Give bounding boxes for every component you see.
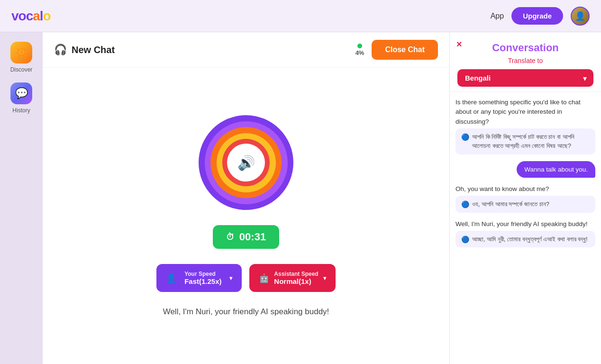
right-panel-header: × Conversation Translate to Bengali Engl…	[450, 32, 601, 92]
ai-message-1-translation: 🔵 আপনি কি নির্দিষ্ট কিছু সম্পর্কে চাট কর…	[455, 128, 595, 155]
transcript-text: Well, I'm Nuri, your friendly AI speakin…	[144, 307, 348, 317]
chevron-down-icon: ▾	[229, 275, 232, 282]
assistant-speed-value: Normal(1x)	[274, 277, 311, 285]
chat-title: 🎧 New Chat	[54, 44, 115, 56]
sidebar-item-history[interactable]: 💬 History	[10, 82, 32, 114]
translate-icon-2: 🔵	[461, 200, 469, 208]
discover-icon: 🔆	[10, 42, 32, 64]
ai-message-2-translation: 🔵 ওহ, আপনি আমার সম্পর্কে জানতে চান?	[455, 196, 595, 213]
user-message-wrap-1: Wanna talk about you.	[455, 161, 595, 178]
ai-message-2-text: Oh, you want to know about me?	[455, 184, 595, 194]
your-speed-value: Fast(1.25x)	[184, 277, 221, 285]
translate-icon: 🔵	[461, 133, 469, 141]
sidebar: 🔆 Discover 💬 History	[0, 32, 43, 364]
avatar-image: 👤	[572, 8, 589, 25]
headphones-icon: 🎧	[54, 44, 67, 56]
timer-badge: ⏱ 00:31	[213, 225, 279, 249]
nav-right: App Upgrade 👤	[491, 7, 590, 26]
history-label: History	[12, 107, 30, 114]
progress-dot	[357, 44, 362, 48]
speed-controls: 👤 Your Speed Fast(1.25x) ▾ 🤖 Assistant S…	[156, 264, 335, 292]
your-speed-content: Your Speed Fast(1.25x)	[184, 271, 221, 285]
ai-message-1-translation-text: আপনি কি নির্দিষ্ট কিছু সম্পর্কে চাট করতে…	[472, 132, 590, 151]
ai-message-3-translation: 🔵 আচ্ছা, আমি নুরী, তোমার বন্ধুত্বপূর্ণ এ…	[455, 231, 595, 248]
chat-header-right: 4% Close Chat	[355, 40, 438, 60]
sidebar-item-discover[interactable]: 🔆 Discover	[10, 42, 33, 73]
logo: vocalo	[11, 9, 51, 24]
language-select-wrap[interactable]: Bengali English Hindi Spanish	[457, 69, 593, 87]
main-layout: 🔆 Discover 💬 History 🎧 New Chat 4% Close…	[0, 32, 601, 364]
voice-orb[interactable]: 🔊	[199, 115, 293, 210]
speaker-icon: 🔊	[237, 155, 255, 171]
ai-message-3-text: Well, I'm Nuri, your friendly AI speakin…	[455, 219, 595, 229]
close-chat-button[interactable]: Close Chat	[372, 40, 438, 60]
ai-message-3-translation-text: আচ্ছা, আমি নুরী, তোমার বন্ধুত্বপূর্ণ এআই…	[472, 235, 588, 244]
clock-icon: ⏱	[226, 232, 235, 242]
chat-title-text: New Chat	[72, 45, 115, 55]
translate-icon-3: 🔵	[461, 236, 469, 243]
chevron-down-icon-2: ▾	[323, 275, 326, 282]
app-button[interactable]: App	[491, 12, 504, 20]
progress-indicator: 4%	[355, 44, 364, 56]
panel-subtitle: Translate to	[457, 57, 593, 64]
person-icon: 👤	[166, 273, 176, 283]
voice-orb-container: 🔊 ⏱ 00:31 👤 Your Speed Fast(1.25x) ▾ 🤖	[144, 68, 348, 364]
ai-message-2-translation-text: ওহ, আপনি আমার সম্পর্কে জানতে চান?	[472, 200, 549, 209]
messages-area[interactable]: Is there something specific you'd like t…	[450, 92, 601, 364]
discover-label: Discover	[10, 66, 33, 73]
user-message-1: Wanna talk about you.	[517, 161, 595, 178]
assistant-speed-button[interactable]: 🤖 Assistant Speed Normal(1x) ▾	[249, 264, 335, 292]
ring-center: 🔊	[227, 144, 265, 182]
assistant-speed-content: Assistant Speed Normal(1x)	[274, 271, 318, 285]
right-panel: × Conversation Translate to Bengali Engl…	[449, 32, 601, 364]
assistant-speed-label: Assistant Speed	[274, 271, 318, 277]
avatar[interactable]: 👤	[571, 7, 590, 26]
progress-percent: 4%	[355, 49, 364, 56]
topnav: vocalo App Upgrade 👤	[0, 0, 601, 32]
close-panel-button[interactable]: ×	[456, 39, 462, 50]
your-speed-label: Your Speed	[184, 271, 216, 277]
chat-area: 🎧 New Chat 4% Close Chat 🔊	[43, 32, 449, 364]
message-group-2: Oh, you want to know about me? 🔵 ওহ, আপন…	[455, 184, 595, 213]
message-group-3: Well, I'm Nuri, your friendly AI speakin…	[455, 219, 595, 248]
chat-header: 🎧 New Chat 4% Close Chat	[43, 32, 449, 68]
message-group-1: Is there something specific you'd like t…	[455, 98, 595, 155]
upgrade-button[interactable]: Upgrade	[511, 7, 563, 25]
language-select[interactable]: Bengali English Hindi Spanish	[457, 69, 593, 87]
your-speed-button[interactable]: 👤 Your Speed Fast(1.25x) ▾	[156, 264, 242, 292]
robot-icon: 🤖	[259, 273, 269, 283]
panel-title: Conversation	[457, 42, 593, 54]
history-icon: 💬	[10, 82, 32, 104]
timer-display: 00:31	[239, 231, 266, 243]
ai-message-1-text: Is there something specific you'd like t…	[455, 98, 595, 127]
